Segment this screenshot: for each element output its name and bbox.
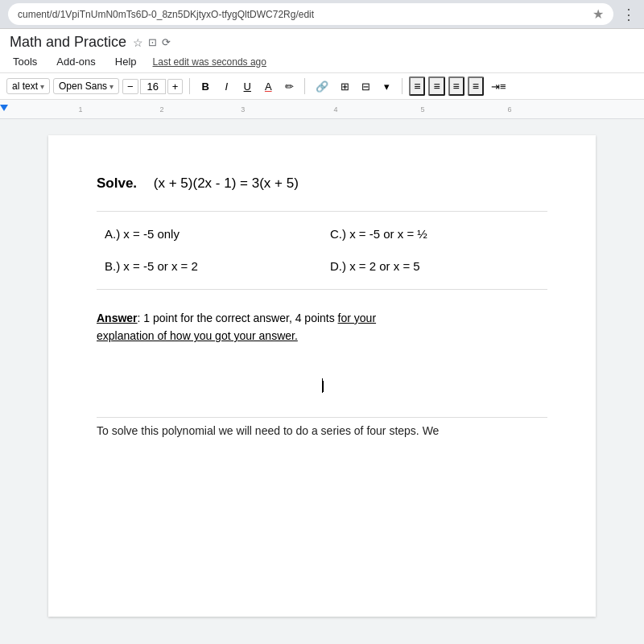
align-justify-button[interactable]: ≡: [468, 76, 484, 96]
image-button[interactable]: ⊟: [357, 79, 374, 94]
link-button[interactable]: 🔗: [312, 79, 332, 94]
answer-line2: explanation of how you got your answer.: [97, 329, 298, 342]
ruler-mark-4: 4: [333, 105, 337, 114]
doc-body: Solve. (x + 5)(2x - 1) = 3(x + 5) A.) x …: [0, 119, 644, 633]
paint-button[interactable]: ✏: [280, 79, 298, 94]
toolbar-sep-3: [402, 78, 402, 94]
star-icon[interactable]: ★: [592, 6, 604, 22]
font-size-input[interactable]: [140, 79, 166, 94]
align-left-button[interactable]: ≡: [409, 76, 425, 96]
ruler-marker: [0, 105, 8, 111]
choice-d: D.) x = 2 or x = 5: [330, 257, 539, 276]
align-right-button[interactable]: ≡: [448, 76, 464, 96]
ruler: 1 2 3 4 5 6: [0, 100, 644, 119]
insert-button[interactable]: ⊞: [336, 79, 353, 94]
cloud-icon[interactable]: ⟳: [162, 36, 171, 48]
doc-title-icons: ☆ ⊡ ⟳: [133, 36, 171, 49]
ruler-mark-5: 5: [420, 105, 424, 114]
font-label: Open Sans: [59, 80, 107, 92]
font-dropdown[interactable]: Open Sans ▾: [53, 78, 119, 94]
browser-chrome: cument/d/1VpiTnUmN0mTs6D-0_8zn5DKjtyxO-t…: [0, 0, 644, 29]
menu-icon[interactable]: ⋮: [621, 6, 636, 23]
choices-grid: A.) x = -5 only C.) x = -5 or x = ½ B.) …: [97, 211, 547, 290]
solve-label: Solve.: [97, 175, 137, 191]
star-icon[interactable]: ☆: [133, 36, 143, 49]
indent-button[interactable]: ⇥≡: [487, 79, 510, 94]
style-label: al text: [12, 80, 38, 92]
ruler-mark-1: 1: [79, 105, 83, 114]
text-cursor: |: [322, 378, 323, 393]
answer-section: Answer: 1 point for the correct answer, …: [97, 309, 547, 345]
doc-title-row: Math and Practice ☆ ⊡ ⟳: [10, 34, 634, 54]
solve-line: Solve. (x + 5)(2x - 1) = 3(x + 5): [97, 175, 547, 192]
doc-page[interactable]: Solve. (x + 5)(2x - 1) = 3(x + 5) A.) x …: [48, 135, 596, 617]
style-arrow: ▾: [40, 82, 44, 91]
format-toolbar: al text ▾ Open Sans ▾ − + B I U A ✏ 🔗 ⊞ …: [0, 73, 644, 100]
menu-addons[interactable]: Add-ons: [53, 54, 98, 69]
cursor-area: |: [97, 378, 547, 393]
answer-text: : 1 point for the correct answer, 4 poin…: [138, 312, 338, 324]
menu-bar: Tools Add-ons Help Last edit was seconds…: [10, 54, 634, 72]
answer-label: Answer: [97, 312, 138, 324]
bold-button[interactable]: B: [196, 79, 214, 94]
url-text: cument/d/1VpiTnUmN0mTs6D-0_8zn5DKjtyxO-t…: [18, 9, 314, 20]
toolbar-sep-1: [189, 78, 190, 94]
url-bar[interactable]: cument/d/1VpiTnUmN0mTs6D-0_8zn5DKjtyxO-t…: [8, 3, 613, 25]
align-center-button[interactable]: ≡: [428, 76, 444, 96]
italic-button[interactable]: I: [217, 79, 235, 94]
choice-a: A.) x = -5 only: [105, 225, 314, 244]
style-dropdown[interactable]: al text ▾: [6, 78, 50, 94]
menu-help[interactable]: Help: [112, 54, 140, 69]
answer-underline: for your: [338, 312, 376, 324]
last-edit-text: Last edit was seconds ago: [153, 56, 266, 68]
ruler-mark-3: 3: [241, 105, 245, 114]
font-size-plus[interactable]: +: [167, 79, 184, 94]
font-arrow: ▾: [109, 82, 114, 91]
menu-tools[interactable]: Tools: [10, 54, 40, 69]
choice-c: C.) x = -5 or x = ½: [330, 225, 539, 244]
font-size-area: − +: [122, 79, 183, 94]
bottom-text: To solve this polynomial we will need to…: [97, 417, 547, 437]
toolbar-sep-2: [304, 78, 305, 94]
problem-section: Solve. (x + 5)(2x - 1) = 3(x + 5): [97, 175, 547, 192]
equation: (x + 5)(2x - 1) = 3(x + 5): [154, 175, 299, 191]
grid-icon[interactable]: ⊡: [148, 36, 157, 48]
underline-button[interactable]: U: [238, 79, 256, 94]
image-dropdown[interactable]: ▾: [378, 79, 395, 94]
doc-header: Math and Practice ☆ ⊡ ⟳ Tools Add-ons He…: [0, 29, 644, 73]
font-color-button[interactable]: A: [259, 79, 277, 94]
choice-b: B.) x = -5 or x = 2: [105, 257, 314, 276]
ruler-mark-2: 2: [159, 105, 163, 114]
doc-title: Math and Practice: [10, 34, 126, 51]
font-size-minus[interactable]: −: [122, 79, 138, 94]
ruler-mark-6: 6: [507, 105, 511, 114]
